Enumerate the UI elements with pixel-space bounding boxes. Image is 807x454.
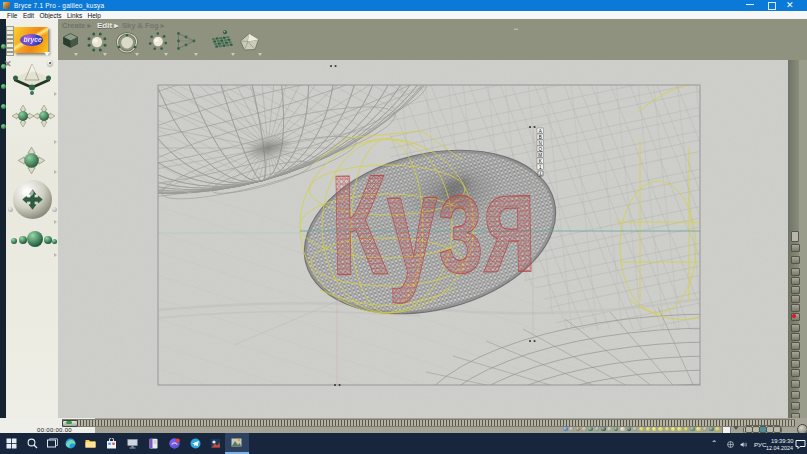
svg-text:N: N: [539, 141, 542, 146]
svg-text:1: 1: [539, 165, 542, 170]
svg-text:Кузя: Кузя: [329, 142, 538, 305]
svg-text:B: B: [539, 135, 542, 140]
svg-text:M: M: [538, 153, 542, 158]
svg-text:Q: Q: [538, 147, 542, 152]
